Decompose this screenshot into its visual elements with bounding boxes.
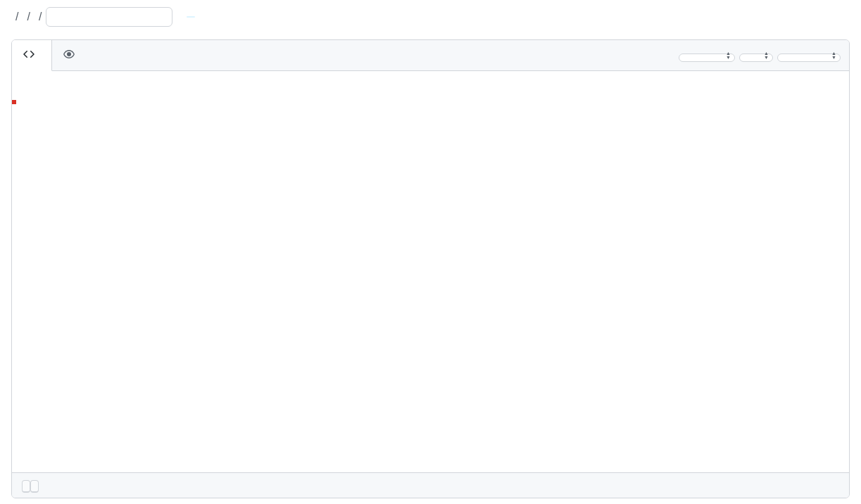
editor-toolbar: ▲▼ ▲▼ ▲▼ — [670, 43, 849, 68]
footer-hint — [12, 472, 849, 498]
annotation-highlight-box — [12, 100, 16, 104]
indent-mode-select[interactable] — [679, 53, 735, 62]
tab-preview-changes[interactable] — [52, 40, 92, 70]
filename-input[interactable] — [46, 7, 172, 27]
indent-size-select[interactable] — [739, 53, 773, 62]
tab-edit-file[interactable] — [12, 40, 52, 71]
breadcrumb: / / / — [0, 0, 861, 34]
breadcrumb-sep: / — [15, 11, 18, 23]
code-content[interactable] — [12, 71, 849, 472]
breadcrumb-sep: / — [27, 11, 30, 23]
wrap-mode-select[interactable] — [777, 53, 841, 62]
kbd-control — [22, 480, 30, 493]
kbd-space — [30, 480, 39, 493]
tabs-bar: ▲▼ ▲▼ ▲▼ — [12, 40, 849, 71]
breadcrumb-sep: / — [39, 11, 42, 23]
branch-tag[interactable] — [187, 16, 195, 18]
editor-container: ▲▼ ▲▼ ▲▼ — [11, 39, 850, 498]
code-icon — [23, 49, 34, 62]
eye-icon — [63, 49, 75, 62]
code-editor[interactable] — [12, 71, 849, 472]
